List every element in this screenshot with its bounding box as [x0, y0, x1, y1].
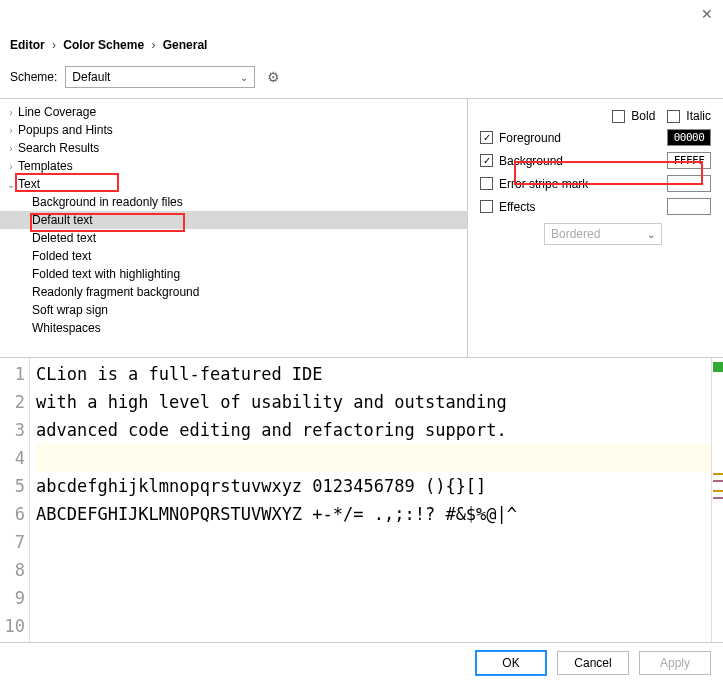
apply-button: Apply	[639, 651, 711, 675]
tree-item-label: Templates	[18, 159, 73, 173]
italic-checkbox[interactable]	[667, 110, 680, 123]
effects-type-select: Bordered ⌄	[544, 223, 662, 245]
tree-item[interactable]: Soft wrap sign	[0, 301, 467, 319]
stripe-mark	[713, 497, 723, 499]
chevron-right-icon: ›	[4, 143, 18, 154]
line-number: 2	[0, 388, 25, 416]
tree-item-label: Deleted text	[32, 231, 96, 245]
tree-item-label: Readonly fragment background	[32, 285, 199, 299]
scheme-label: Scheme:	[10, 70, 57, 84]
tree-item[interactable]: Deleted text	[0, 229, 467, 247]
effects-type-value: Bordered	[551, 227, 600, 241]
effects-label: Effects	[499, 200, 535, 214]
gear-icon[interactable]: ⚙	[267, 69, 280, 85]
code-line: advanced code editing and refactoring su…	[36, 416, 711, 444]
effects-checkbox[interactable]	[480, 200, 493, 213]
breadcrumb-sep: ›	[151, 38, 155, 52]
tree-item-label: Soft wrap sign	[32, 303, 108, 317]
tree-item-label: Background in readonly files	[32, 195, 183, 209]
effects-color[interactable]	[667, 198, 711, 215]
foreground-color[interactable]: 00000	[667, 129, 711, 146]
tree-item[interactable]: Folded text with highlighting	[0, 265, 467, 283]
breadcrumb-colorscheme[interactable]: Color Scheme	[63, 38, 144, 52]
code-line	[36, 528, 711, 556]
preview-pane: 12345678910 CLion is a full-featured IDE…	[0, 358, 723, 643]
bold-label: Bold	[631, 109, 655, 123]
tree-item[interactable]: ›Templates	[0, 157, 467, 175]
stripe-mark	[713, 473, 723, 475]
tree-item[interactable]: ›Line Coverage	[0, 103, 467, 121]
error-stripe-checkbox[interactable]	[480, 177, 493, 190]
cancel-button[interactable]: Cancel	[557, 651, 629, 675]
chevron-down-icon: ⌄	[240, 72, 248, 83]
breadcrumb-sep: ›	[52, 38, 56, 52]
code-line: CLion is a full-featured IDE	[36, 360, 711, 388]
code-line	[36, 556, 711, 584]
background-label: Background	[499, 154, 563, 168]
tree-item-label: Text	[18, 177, 40, 191]
tree-item[interactable]: Whitespaces	[0, 319, 467, 337]
code-line: abcdefghijklmnopqrstuvwxyz 0123456789 ()…	[36, 472, 711, 500]
background-checkbox[interactable]: ✓	[480, 154, 493, 167]
chevron-down-icon: ⌄	[4, 179, 18, 190]
tree-item-label: Whitespaces	[32, 321, 101, 335]
error-stripe-color[interactable]	[667, 175, 711, 192]
stripe-mark	[713, 490, 723, 492]
italic-label: Italic	[686, 109, 711, 123]
breadcrumb: Editor › Color Scheme › General	[0, 0, 723, 60]
error-stripe-label: Error stripe mark	[499, 177, 588, 191]
code-line	[36, 584, 711, 612]
chevron-right-icon: ›	[4, 161, 18, 172]
code-preview: CLion is a full-featured IDEwith a high …	[30, 358, 711, 642]
tree-item-label: Folded text with highlighting	[32, 267, 180, 281]
code-line: with a high level of usability and outst…	[36, 388, 711, 416]
code-line: ABCDEFGHIJKLMNOPQRSTUVWXYZ +-*/= .,;:!? …	[36, 500, 711, 528]
tree-item-label: Popups and Hints	[18, 123, 113, 137]
line-number: 1	[0, 360, 25, 388]
dialog-footer: OK Cancel Apply	[0, 643, 723, 683]
line-number: 4	[0, 444, 25, 472]
chevron-right-icon: ›	[4, 125, 18, 136]
tree[interactable]: ›Line Coverage›Popups and Hints›Search R…	[0, 99, 468, 357]
line-number: 7	[0, 528, 25, 556]
background-color[interactable]: FFFFF	[667, 152, 711, 169]
gutter: 12345678910	[0, 358, 30, 642]
tree-item[interactable]: Readonly fragment background	[0, 283, 467, 301]
tree-item-label: Line Coverage	[18, 105, 96, 119]
breadcrumb-general[interactable]: General	[163, 38, 208, 52]
line-number: 9	[0, 584, 25, 612]
close-icon[interactable]: ✕	[701, 6, 713, 22]
scheme-selected: Default	[72, 70, 110, 84]
tree-item[interactable]: Background in readonly files	[0, 193, 467, 211]
code-line	[36, 612, 711, 640]
foreground-label: Foreground	[499, 131, 561, 145]
attributes-panel: Bold Italic ✓ Foreground 00000 ✓ Backgro…	[468, 99, 723, 357]
line-number: 8	[0, 556, 25, 584]
bold-checkbox[interactable]	[612, 110, 625, 123]
tree-item[interactable]: ›Popups and Hints	[0, 121, 467, 139]
stripe-mark	[713, 480, 723, 482]
tree-item[interactable]: Folded text	[0, 247, 467, 265]
line-number: 10	[0, 612, 25, 640]
ok-button[interactable]: OK	[475, 650, 547, 676]
code-line	[36, 444, 711, 472]
tree-item[interactable]: ⌄Text	[0, 175, 467, 193]
marker-stripe	[711, 358, 723, 642]
line-number: 5	[0, 472, 25, 500]
breadcrumb-editor[interactable]: Editor	[10, 38, 45, 52]
line-number: 6	[0, 500, 25, 528]
tree-item-label: Search Results	[18, 141, 99, 155]
chevron-down-icon: ⌄	[647, 229, 655, 240]
line-number: 3	[0, 416, 25, 444]
status-ok-icon	[713, 362, 723, 372]
scheme-select[interactable]: Default ⌄	[65, 66, 255, 88]
chevron-right-icon: ›	[4, 107, 18, 118]
tree-item-label: Default text	[32, 213, 93, 227]
tree-item[interactable]: Default text	[0, 211, 467, 229]
tree-item-label: Folded text	[32, 249, 91, 263]
tree-item[interactable]: ›Search Results	[0, 139, 467, 157]
foreground-checkbox[interactable]: ✓	[480, 131, 493, 144]
